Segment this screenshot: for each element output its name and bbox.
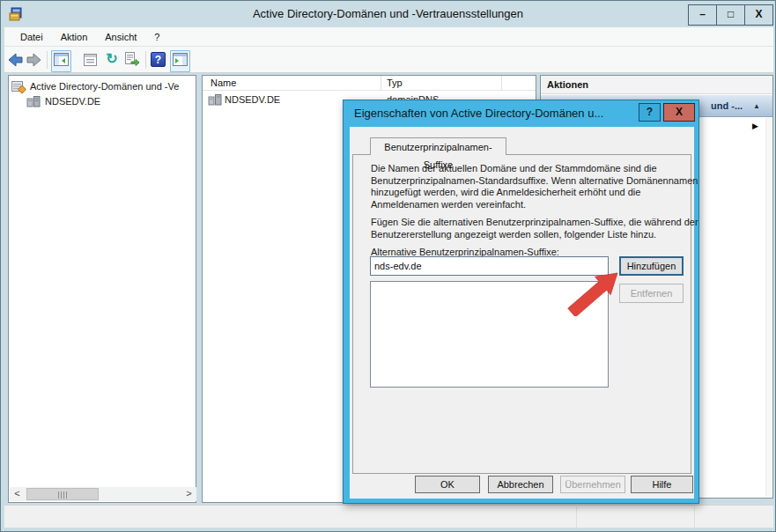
show-console-tree-button[interactable]: [51, 50, 71, 72]
apply-button[interactable]: Übernehmen: [560, 476, 625, 493]
dialog-client-area: Benutzerprinzipalnamen-Suffixe Die Namen…: [350, 127, 694, 499]
window-controls: – □ X: [688, 4, 773, 26]
actions-scroll-strip: [765, 118, 772, 497]
domain-icon: [208, 93, 222, 106]
menu-hilfe[interactable]: ?: [145, 29, 168, 45]
actions-header: Aktionen: [541, 76, 772, 94]
help-button[interactable]: Hilfe: [631, 476, 693, 493]
more-actions-icon[interactable]: ▶: [752, 122, 758, 130]
help-icon[interactable]: ?: [151, 52, 166, 67]
properties-icon[interactable]: [83, 53, 98, 67]
window-title: Active Directory-Domänen und -Vertrauens…: [1, 7, 775, 20]
column-divider[interactable]: [501, 76, 502, 91]
actions-group-label: und -...: [711, 100, 743, 111]
tree-root-item[interactable]: Active Directory-Domänen und -Ve: [11, 79, 179, 93]
actions-title: Aktionen: [547, 79, 588, 90]
toolbar-separator: [47, 51, 48, 69]
close-button[interactable]: X: [744, 4, 773, 26]
column-header-name[interactable]: Name: [211, 78, 236, 88]
refresh-icon[interactable]: ↻: [104, 50, 120, 68]
dialog-help-button[interactable]: ?: [639, 103, 661, 122]
ad-domains-trusts-icon: [11, 79, 26, 93]
description-paragraph-1: Die Namen der aktuellen Domäne und der S…: [371, 163, 698, 211]
show-console-window-button[interactable]: [170, 50, 190, 72]
menu-aktion[interactable]: Aktion: [52, 29, 97, 45]
cancel-button[interactable]: Abbrechen: [488, 476, 553, 493]
tree-domain-item[interactable]: NDSEDV.DE: [26, 95, 100, 107]
tab-benutzerprinzipalnamen-suffixe[interactable]: Benutzerprinzipalnamen-Suffixe: [370, 137, 506, 155]
tree-root-label: Active Directory-Domänen und -Ve: [30, 81, 179, 92]
minimize-button[interactable]: –: [688, 4, 717, 26]
horizontal-scrollbar[interactable]: < >: [10, 487, 196, 501]
mmc-window: Active Directory-Domänen und -Vertrauens…: [0, 0, 776, 532]
status-divider: [694, 506, 695, 528]
description-paragraph-2: Fügen Sie die alternativen Benutzerprinz…: [371, 217, 698, 240]
maximize-button[interactable]: □: [716, 4, 745, 26]
domain-icon: [26, 95, 41, 107]
ok-button[interactable]: OK: [415, 476, 480, 493]
menu-ansicht[interactable]: Ansicht: [96, 29, 145, 45]
column-header-row: Name Typ: [203, 76, 536, 91]
column-header-typ[interactable]: Typ: [387, 78, 403, 88]
scrollbar-grip: [58, 491, 67, 499]
console-window-icon: [173, 53, 188, 66]
back-icon[interactable]: [8, 53, 23, 67]
status-divider: [576, 506, 577, 528]
annotation-arrow-icon: [559, 262, 623, 316]
screenshot: Active Directory-Domänen und -Vertrauens…: [0, 0, 776, 532]
scrollbar-thumb[interactable]: [26, 488, 99, 500]
menu-datei[interactable]: Datei: [11, 29, 52, 45]
title-bar: Active Directory-Domänen und -Vertrauens…: [1, 1, 775, 27]
menu-bar: Datei Aktion Ansicht ?: [4, 27, 773, 47]
toolbar: ↻ ?: [4, 47, 773, 73]
export-list-icon[interactable]: [124, 52, 140, 67]
properties-dialog: Eigenschaften von Active Directory-Domän…: [343, 100, 699, 504]
toolbar-separator: [145, 51, 146, 69]
column-divider[interactable]: [381, 76, 381, 91]
status-bar: [4, 505, 773, 528]
console-tree-icon: [54, 53, 69, 66]
tree-domain-label: NDSEDV.DE: [45, 96, 100, 107]
collapse-icon[interactable]: ▲: [753, 102, 760, 110]
add-button[interactable]: Hinzufügen: [619, 256, 684, 276]
row-name-cell: NDSEDV.DE: [225, 94, 280, 105]
dialog-close-button[interactable]: X: [663, 103, 695, 122]
scroll-left-button[interactable]: <: [10, 487, 25, 501]
remove-button[interactable]: Entfernen: [619, 284, 684, 303]
tab-page: Die Namen der aktuellen Domäne und der S…: [352, 154, 691, 474]
forward-icon[interactable]: [26, 53, 41, 67]
scroll-right-button[interactable]: >: [181, 487, 196, 501]
dialog-title: Eigenschaften von Active Directory-Domän…: [354, 100, 603, 127]
console-tree-panel: Active Directory-Domänen und -Ve NDSEDV.…: [8, 75, 196, 503]
